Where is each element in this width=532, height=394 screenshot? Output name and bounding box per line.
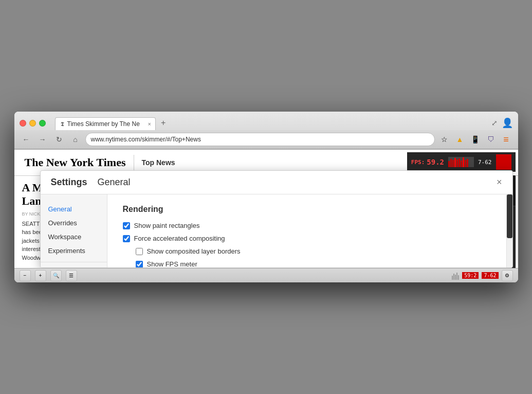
bookmark-button[interactable]: ☆ bbox=[438, 133, 451, 146]
chrome-toolbar: ← → ↻ ⌂ www.nytimes.com/skimmer/#/Top+Ne… bbox=[14, 130, 518, 149]
bottom-zoom-out[interactable]: − bbox=[20, 270, 31, 281]
sidebar-nav-shortcuts: Shortcuts bbox=[41, 266, 107, 267]
sidebar-nav-overrides[interactable]: Overrides bbox=[41, 216, 107, 230]
bottom-fps-range: 7-62 bbox=[482, 272, 498, 279]
home-button[interactable]: ⌂ bbox=[69, 133, 82, 146]
phone-button[interactable]: 📱 bbox=[469, 133, 482, 146]
chrome-bottom-bar: − + 🔍 ☰ 59:2 7-62 ⚙ bbox=[14, 268, 518, 282]
chrome-titlebar: 𝕿 Times Skimmer by The Ne × + ⤢ 👤 ← → ↻ … bbox=[14, 112, 518, 150]
back-button[interactable]: ← bbox=[20, 133, 33, 146]
profile-icon: 👤 bbox=[502, 117, 513, 129]
modal-scrollbar[interactable] bbox=[506, 194, 512, 267]
checkbox-show-paint: Show paint rectangles bbox=[123, 222, 491, 229]
chrome-actions: ☆ ▲ 📱 ⛉ ≡ bbox=[438, 133, 513, 146]
settings-modal: Settings General × General Overrides Wor… bbox=[40, 170, 513, 268]
browser-window: 𝕿 Times Skimmer by The Ne × + ⤢ 👤 ← → ↻ … bbox=[14, 112, 518, 282]
shield-button[interactable]: ⛉ bbox=[484, 133, 498, 146]
bottom-settings-icon[interactable]: ⚙ bbox=[502, 270, 513, 281]
sidebar-nav-workspace[interactable]: Workspace bbox=[41, 230, 107, 244]
sidebar-divider bbox=[41, 262, 107, 262]
modal-title-page: General bbox=[98, 177, 131, 188]
fps-overlay: FPS: 59.2 bbox=[407, 152, 516, 172]
rendering-heading: Rendering bbox=[123, 205, 491, 214]
checkbox-show-paint-input[interactable] bbox=[123, 222, 130, 229]
minimize-button[interactable] bbox=[29, 120, 36, 127]
checkbox-fps-meter: Show FPS meter bbox=[136, 260, 491, 267]
reload-button[interactable]: ↻ bbox=[52, 133, 66, 146]
checkbox-layer-borders: Show composited layer borders bbox=[136, 247, 491, 255]
checkbox-layer-borders-label: Show composited layer borders bbox=[147, 247, 241, 255]
checkbox-layer-borders-input[interactable] bbox=[136, 248, 143, 255]
checkbox-force-composite-label: Force accelerated compositing bbox=[134, 235, 225, 242]
expand-icon: ⤢ bbox=[491, 119, 498, 127]
sidebar-nav-general[interactable]: General bbox=[41, 202, 107, 216]
nyt-logo: The New York Times bbox=[25, 156, 126, 169]
fps-range: 7-62 bbox=[478, 159, 492, 166]
settings-modal-overlay: Settings General × General Overrides Wor… bbox=[14, 170, 518, 268]
checkbox-force-composite-input[interactable] bbox=[123, 235, 130, 242]
address-text: www.nytimes.com/skimmer/#/Top+News bbox=[91, 136, 201, 143]
fps-value: 59.2 bbox=[427, 158, 444, 166]
modal-close-button[interactable]: × bbox=[497, 177, 502, 188]
tab-bar: 𝕿 Times Skimmer by The Ne × + bbox=[55, 116, 171, 130]
fps-label: FPS: bbox=[411, 159, 425, 166]
maximize-button[interactable] bbox=[39, 120, 46, 127]
tab-close-icon[interactable]: × bbox=[148, 121, 151, 127]
checkbox-show-paint-label: Show paint rectangles bbox=[134, 222, 200, 229]
bottom-search[interactable]: 🔍 bbox=[50, 270, 62, 281]
drive-button[interactable]: ▲ bbox=[453, 133, 467, 146]
bottom-right-area: 59:2 7-62 ⚙ bbox=[452, 270, 512, 281]
sidebar-nav-experiments[interactable]: Experiments bbox=[41, 244, 107, 258]
checkbox-force-composite: Force accelerated compositing bbox=[123, 235, 491, 242]
modal-sidebar: General Overrides Workspace Experiments … bbox=[41, 194, 107, 267]
bottom-fps-graph bbox=[452, 272, 459, 280]
modal-title-settings: Settings bbox=[51, 177, 87, 188]
tab-favicon: 𝕿 bbox=[61, 121, 64, 128]
modal-header-left: Settings General bbox=[51, 177, 131, 188]
checkbox-fps-meter-input[interactable] bbox=[136, 261, 143, 268]
checkbox-fps-meter-label: Show FPS meter bbox=[147, 260, 197, 267]
nyt-content: The New York Times Top News A Mogul Gets… bbox=[14, 150, 518, 268]
nyt-header-divider bbox=[134, 155, 134, 170]
modal-header: Settings General × bbox=[41, 171, 512, 194]
bottom-bookmarks[interactable]: ☰ bbox=[66, 270, 77, 281]
modal-content: Rendering Show paint rectangles Force ac… bbox=[107, 194, 506, 267]
bottom-fps-value: 59:2 bbox=[462, 272, 479, 279]
nyt-section[interactable]: Top News bbox=[142, 158, 175, 167]
bottom-zoom-in[interactable]: + bbox=[35, 270, 46, 281]
forward-button[interactable]: → bbox=[36, 133, 49, 146]
new-tab-button[interactable]: + bbox=[156, 116, 171, 130]
browser-tab[interactable]: 𝕿 Times Skimmer by The Ne × bbox=[55, 117, 156, 130]
modal-body: General Overrides Workspace Experiments … bbox=[41, 194, 512, 267]
window-controls bbox=[20, 120, 46, 127]
scrollbar-thumb[interactable] bbox=[507, 194, 512, 238]
address-bar[interactable]: www.nytimes.com/skimmer/#/Top+News bbox=[85, 133, 435, 146]
menu-button[interactable]: ≡ bbox=[500, 133, 513, 146]
close-button[interactable] bbox=[20, 120, 26, 127]
tab-label: Times Skimmer by The Ne bbox=[67, 120, 140, 128]
